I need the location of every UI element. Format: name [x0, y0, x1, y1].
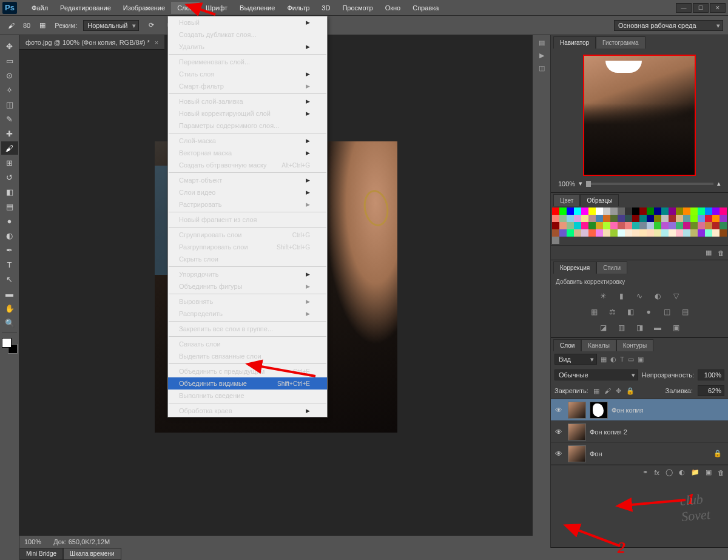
lock-all-icon[interactable]: 🔒 — [626, 387, 635, 395]
blend-mode[interactable]: Обычные — [554, 369, 638, 380]
menu-просмотр[interactable]: Просмотр — [336, 2, 379, 14]
swatch[interactable] — [639, 229, 647, 237]
swatch[interactable] — [567, 207, 574, 215]
adj-hue-icon[interactable]: ▦ — [588, 307, 600, 317]
swatch[interactable] — [581, 222, 588, 229]
link-layers-icon[interactable]: ⚭ — [642, 468, 648, 476]
blend-mode-select[interactable]: Нормальный — [83, 20, 139, 31]
swatch[interactable] — [639, 207, 647, 215]
layer-row[interactable]: 👁Фон копия 2 — [551, 421, 728, 443]
swatch[interactable] — [669, 229, 676, 237]
menu-item[interactable]: Выполнить сведение — [168, 390, 327, 402]
lock-position-icon[interactable]: ✥ — [616, 387, 621, 395]
adj-brightness-icon[interactable]: ☀ — [597, 291, 609, 301]
swatch[interactable] — [661, 222, 669, 229]
swatch[interactable] — [698, 207, 705, 215]
menu-файл[interactable]: Файл — [25, 2, 54, 14]
filter-shape-icon[interactable]: ▭ — [628, 356, 634, 363]
panel-tab[interactable]: Каналы — [581, 339, 616, 351]
swatch[interactable] — [683, 215, 690, 222]
bottom-tab[interactable]: Шкала времени — [63, 548, 121, 560]
close-tab-icon[interactable]: × — [155, 39, 158, 46]
filter-adj-icon[interactable]: ◐ — [610, 356, 616, 363]
swatch[interactable] — [705, 207, 712, 215]
menu-item[interactable]: Объединить видимыеShift+Ctrl+E — [168, 377, 327, 390]
heal-tool[interactable]: ✚ — [1, 127, 18, 140]
swatch[interactable] — [676, 215, 683, 222]
filter-pixel-icon[interactable]: ▦ — [601, 356, 607, 363]
swatch[interactable] — [669, 215, 676, 222]
rail-icon-2[interactable]: ▶ — [539, 52, 544, 59]
brush-size[interactable]: 80 — [23, 22, 30, 29]
panel-tab[interactable]: Контуры — [616, 339, 653, 351]
swatch[interactable] — [654, 207, 661, 215]
brush-panel-icon[interactable]: ▦ — [36, 19, 49, 32]
adj-invert-icon[interactable]: ◪ — [597, 323, 609, 332]
marquee-tool[interactable]: ▭ — [1, 54, 18, 67]
menu-item[interactable]: Новый▶ — [168, 16, 327, 29]
swatch[interactable] — [567, 215, 574, 222]
menu-item[interactable]: Обработка краев▶ — [168, 405, 327, 417]
swatch[interactable] — [712, 207, 720, 215]
visibility-icon[interactable]: 👁 — [553, 450, 564, 458]
swatch[interactable] — [647, 215, 654, 222]
gradient-tool[interactable]: ▤ — [1, 200, 18, 213]
close-button[interactable]: ✕ — [710, 3, 726, 13]
swatch[interactable] — [574, 215, 581, 222]
swatch[interactable] — [676, 207, 683, 215]
minimize-button[interactable]: — — [676, 3, 692, 13]
swatch[interactable] — [661, 229, 669, 237]
swatch[interactable] — [712, 229, 720, 237]
swatch[interactable] — [574, 229, 581, 237]
swatch[interactable] — [596, 215, 603, 222]
layer-fx-icon[interactable]: fx — [654, 469, 659, 476]
menu-фильтр[interactable]: Фильтр — [281, 2, 315, 14]
swatch[interactable] — [574, 222, 581, 229]
opacity-value[interactable]: 100% — [698, 369, 724, 380]
adj-layer-icon[interactable]: ◐ — [679, 468, 685, 476]
swatch[interactable] — [567, 229, 574, 237]
lasso-tool[interactable]: ⊙ — [1, 69, 18, 82]
rail-icon-1[interactable]: ▤ — [539, 39, 545, 47]
menu-item[interactable]: Создать обтравочную маскуAlt+Ctrl+G — [168, 159, 327, 171]
brush-tool[interactable]: 🖌 — [1, 141, 18, 155]
swatch[interactable] — [603, 207, 610, 215]
menu-item[interactable]: Векторная маска▶ — [168, 147, 327, 159]
swatch[interactable] — [632, 222, 639, 229]
swatch[interactable] — [610, 222, 618, 229]
zoom-slider[interactable] — [586, 183, 713, 185]
panel-new-icon[interactable]: ▦ — [706, 249, 712, 257]
swatch[interactable] — [698, 215, 705, 222]
swatch[interactable] — [661, 207, 669, 215]
menu-редактирование[interactable]: Редактирование — [54, 2, 117, 14]
adj-selective-icon[interactable]: ▣ — [670, 323, 682, 332]
swatch[interactable] — [610, 229, 618, 237]
adj-exposure-icon[interactable]: ◐ — [652, 291, 664, 301]
swatch[interactable] — [639, 222, 647, 229]
dodge-tool[interactable]: ◐ — [1, 229, 18, 242]
swatch[interactable] — [596, 229, 603, 237]
layer-kind-filter[interactable]: Вид — [554, 354, 597, 365]
swatch[interactable] — [690, 229, 698, 237]
swatch[interactable] — [683, 207, 690, 215]
swatch[interactable] — [632, 207, 639, 215]
menu-item[interactable]: Слой-маска▶ — [168, 135, 327, 147]
swatch[interactable] — [618, 222, 625, 229]
menu-item[interactable]: Удалить▶ — [168, 41, 327, 53]
swatch[interactable] — [698, 229, 705, 237]
lock-transparent-icon[interactable]: ▦ — [593, 387, 599, 395]
swatch[interactable] — [720, 229, 727, 237]
menu-выделение[interactable]: Выделение — [234, 2, 281, 14]
panel-tab[interactable]: Образцы — [580, 194, 619, 206]
swatch[interactable] — [705, 222, 712, 229]
swatch[interactable] — [654, 222, 661, 229]
pen-tool[interactable]: ✒ — [1, 243, 18, 257]
layer-thumbnail[interactable] — [568, 402, 586, 419]
adj-threshold-icon[interactable]: ◨ — [633, 323, 645, 332]
layer-name[interactable]: Фон копия 2 — [590, 428, 726, 436]
swatch[interactable] — [712, 222, 720, 229]
swatch[interactable] — [720, 207, 727, 215]
panel-tab[interactable]: Стили — [596, 261, 627, 274]
swatch[interactable] — [625, 207, 632, 215]
document-tab[interactable]: фото.jpg @ 100% (Фон копия, RGB/8#) * × — [19, 35, 164, 50]
